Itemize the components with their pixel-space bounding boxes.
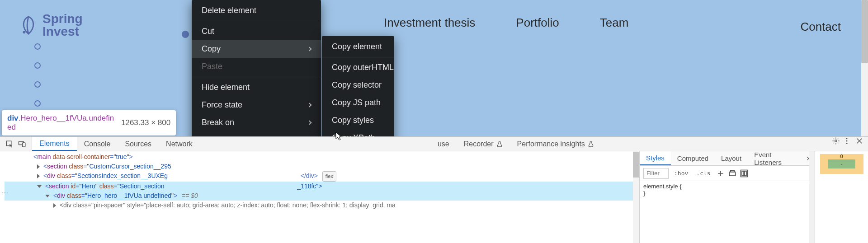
menu-paste: Paste: [192, 58, 321, 75]
dom-scrollbar-thumb[interactable]: [633, 152, 639, 178]
styles-scrollbar[interactable]: [809, 151, 815, 243]
page-scrollbar-thumb[interactable]: [861, 0, 868, 63]
dom-tree[interactable]: ⋯ <main data-scroll-container="true"> <s…: [0, 151, 639, 243]
triangle-down-icon[interactable]: [45, 195, 50, 197]
menu-separator: [192, 21, 321, 21]
ellipsis-icon[interactable]: ⋯: [0, 188, 8, 198]
device-toolbar-icon[interactable]: [18, 140, 26, 148]
section-indicator-dot[interactable]: [34, 43, 41, 50]
box-model-margin-top-value: 0: [820, 154, 863, 159]
close-icon[interactable]: [855, 137, 863, 145]
svg-rect-3: [23, 143, 25, 147]
menu-copy-styles[interactable]: Copy styles: [322, 112, 394, 129]
svg-point-0: [23, 31, 26, 33]
flexbox-icon[interactable]: [740, 169, 749, 178]
menu-separator: [322, 57, 394, 57]
menu-copy[interactable]: Copy: [192, 40, 321, 58]
menu-break-on[interactable]: Break on: [192, 114, 321, 131]
nav-thesis[interactable]: Investment thesis: [384, 16, 475, 30]
svg-point-4: [835, 140, 837, 142]
svg-rect-11: [742, 171, 744, 176]
gear-icon[interactable]: [832, 137, 840, 145]
menu-copy-outerhtml[interactable]: Copy outerHTML: [322, 59, 394, 76]
svg-point-6: [846, 140, 848, 142]
flex-badge[interactable]: flex: [322, 171, 336, 182]
box-model-border[interactable]: -: [828, 159, 855, 168]
tab-computed[interactable]: Computed: [671, 151, 715, 165]
flask-icon: [588, 141, 594, 147]
dom-scrollbar-track[interactable]: [633, 151, 639, 243]
tab-sources[interactable]: Sources: [118, 137, 159, 151]
menu-cut[interactable]: Cut: [192, 23, 321, 40]
flask-icon: [496, 141, 503, 147]
nav-team[interactable]: Team: [600, 16, 629, 30]
styles-tab-bar: Styles Computed Layout Event Listeners: [640, 151, 815, 166]
cls-toggle[interactable]: .cls: [693, 169, 713, 178]
styles-filter-input[interactable]: [643, 168, 669, 179]
section-indicator-dot[interactable]: [34, 62, 41, 69]
svg-point-5: [846, 138, 848, 139]
inspect-element-tooltip: div.Hero_hero__1fVUa.undefined 1263.33 ×…: [2, 110, 176, 136]
dom-truncated-line: <div class="pin-spacer" style="place-sel…: [60, 201, 396, 209]
styles-pane: Styles Computed Layout Event Listeners :…: [639, 151, 815, 243]
tab-recorder[interactable]: Recorder: [457, 137, 510, 151]
menu-copy-jspath[interactable]: Copy JS path: [322, 94, 394, 112]
menu-separator: [192, 77, 321, 77]
chevron-right-icon: [307, 103, 312, 107]
main-nav: Home Investment thesis Portfolio Team: [0, 16, 868, 30]
plus-icon[interactable]: [716, 169, 725, 178]
styles-toolbar: :hov .cls: [640, 166, 815, 181]
tooltip-dimensions: 1263.33 × 800: [121, 118, 170, 127]
section-indicator-active[interactable]: [182, 31, 189, 38]
triangle-down-icon[interactable]: [37, 185, 42, 188]
nav-portfolio[interactable]: Portfolio: [516, 16, 559, 30]
section-indicator-dot[interactable]: [34, 100, 41, 107]
inspect-element-icon[interactable]: [5, 140, 14, 148]
tab-styles[interactable]: Styles: [640, 151, 671, 165]
selected-element-indicator: == $0: [182, 192, 198, 199]
tab-performance-insights[interactable]: Performance insights: [510, 137, 601, 151]
box-model-pane: 0 -: [815, 151, 868, 243]
section-indicator-rail: [34, 43, 41, 107]
chevron-right-icon: [307, 47, 312, 51]
dom-closing-tag: </div>: [301, 172, 318, 179]
svg-rect-9: [730, 170, 734, 172]
tooltip-class: .Hero_hero__1fVUa.undefined: [7, 114, 114, 131]
tab-elements[interactable]: Elements: [32, 137, 77, 151]
styles-rules[interactable]: element.style { }: [640, 181, 815, 198]
tab-lighthouse-cut[interactable]: use: [430, 137, 457, 151]
print-media-icon[interactable]: [728, 169, 737, 178]
chevron-right-icon: [307, 121, 312, 125]
style-rule-selector: element.style {: [643, 183, 811, 190]
mouse-cursor-icon: [335, 132, 343, 141]
svg-rect-8: [729, 172, 735, 175]
section-indicator-dot[interactable]: [34, 81, 41, 88]
triangle-right-icon[interactable]: [37, 174, 40, 178]
devtools-panel: Elements Console Sources Network use Rec…: [0, 136, 868, 243]
menu-delete-element[interactable]: Delete element: [192, 2, 321, 19]
menu-copy-element[interactable]: Copy element: [322, 38, 394, 56]
svg-rect-12: [744, 171, 746, 176]
svg-point-7: [846, 143, 848, 144]
triangle-right-icon[interactable]: [53, 203, 56, 208]
website-viewport: Spring Invest Home Investment thesis Por…: [0, 0, 868, 136]
tab-network[interactable]: Network: [159, 137, 200, 151]
triangle-right-icon[interactable]: [37, 164, 40, 169]
menu-hide-element[interactable]: Hide element: [192, 79, 321, 96]
tooltip-tag: div: [7, 114, 19, 122]
menu-separator: [192, 133, 321, 133]
nav-contact[interactable]: Contact: [800, 20, 841, 34]
menu-copy-selector[interactable]: Copy selector: [322, 76, 394, 94]
kebab-menu-icon[interactable]: [843, 137, 851, 145]
tab-event-listeners[interactable]: Event Listeners: [748, 151, 802, 165]
box-model-border-value: -: [841, 161, 843, 167]
hov-toggle[interactable]: :hov: [671, 169, 691, 178]
box-model-margin[interactable]: 0 -: [820, 154, 863, 174]
style-rule-close: }: [643, 190, 811, 196]
menu-force-state[interactable]: Force state: [192, 96, 321, 114]
tab-console[interactable]: Console: [77, 137, 118, 151]
page-scrollbar-track[interactable]: [861, 0, 868, 136]
tab-layout[interactable]: Layout: [715, 151, 748, 165]
devtools-tab-bar: Elements Console Sources Network use Rec…: [0, 137, 868, 151]
